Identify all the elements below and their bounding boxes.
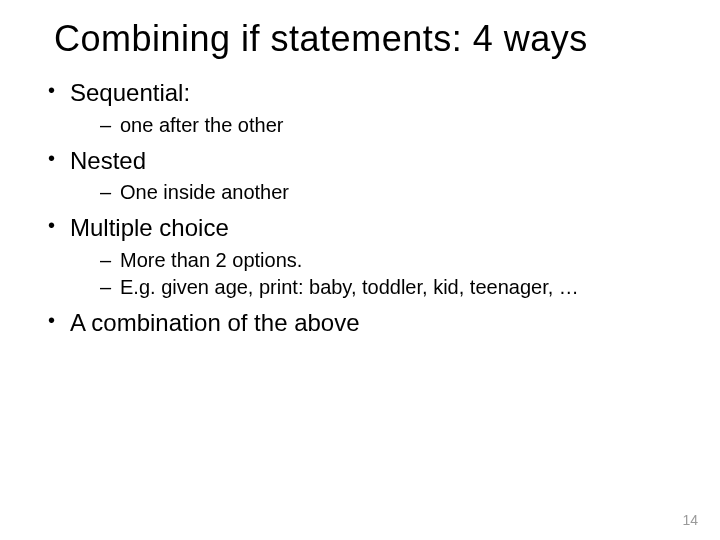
bullet-multiple-choice: Multiple choice More than 2 options. E.g… — [44, 212, 684, 300]
slide-title: Combining if statements: 4 ways — [54, 18, 684, 59]
page-number: 14 — [682, 512, 698, 528]
subbullet: one after the other — [98, 112, 684, 139]
subbullet: E.g. given age, print: baby, toddler, ki… — [98, 274, 684, 301]
sublist: one after the other — [70, 112, 684, 139]
bullet-label: Sequential: — [70, 79, 190, 106]
bullet-nested: Nested One inside another — [44, 145, 684, 206]
bullet-combination: A combination of the above — [44, 307, 684, 339]
sublist: One inside another — [70, 179, 684, 206]
sublist: More than 2 options. E.g. given age, pri… — [70, 247, 684, 301]
bullet-label: Multiple choice — [70, 214, 229, 241]
slide: Combining if statements: 4 ways Sequenti… — [0, 0, 720, 540]
subbullet: More than 2 options. — [98, 247, 684, 274]
bullet-list: Sequential: one after the other Nested O… — [36, 77, 684, 339]
subbullet: One inside another — [98, 179, 684, 206]
bullet-sequential: Sequential: one after the other — [44, 77, 684, 138]
bullet-label: Nested — [70, 147, 146, 174]
bullet-label: A combination of the above — [70, 309, 360, 336]
